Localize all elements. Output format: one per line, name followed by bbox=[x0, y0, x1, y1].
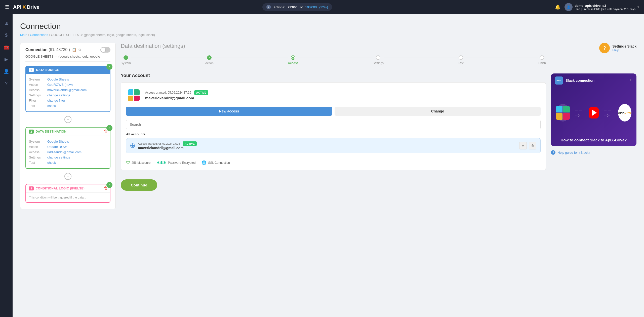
edit-account-button[interactable]: ✏ bbox=[519, 142, 527, 149]
continue-button[interactable]: Continue bbox=[121, 179, 157, 191]
user-info: demo_apix-drive_s3 Plan | Premium PRO | … bbox=[575, 4, 635, 11]
active-badge: ACTIVE bbox=[194, 90, 208, 95]
new-access-button[interactable]: New access bbox=[126, 107, 332, 116]
account-info: Access granted: 05.09.2024 17:25 ACTIVE … bbox=[145, 90, 541, 100]
security-ssl-text: SSL Connection bbox=[208, 161, 230, 165]
actions-area: i Actions: 22'060 of 100'000 (22%) bbox=[44, 3, 551, 11]
step-label-test: Test bbox=[458, 61, 464, 65]
delete-account-button[interactable]: 🗑 bbox=[529, 142, 536, 149]
add-step-1[interactable]: + bbox=[64, 116, 71, 123]
step-label-action: Action bbox=[205, 61, 213, 65]
video-logo-text: APIX bbox=[556, 79, 561, 82]
connection-title: Connection (ID: 48730 ) bbox=[25, 48, 70, 52]
step-system: ✓ System bbox=[121, 55, 131, 65]
topnav-right: 🔔 👤 demo_apix-drive_s3 Plan | Premium PR… bbox=[555, 3, 639, 11]
slack-cell-tl bbox=[128, 89, 133, 95]
step-test[interactable]: Test bbox=[458, 55, 464, 65]
logo: API X Drive bbox=[13, 4, 39, 10]
sidebar-item-billing[interactable]: $ bbox=[1, 30, 11, 40]
logo-x-text: X bbox=[22, 4, 26, 10]
change-button[interactable]: Change bbox=[335, 107, 541, 116]
security-ssl: 🌐 SSL Connection bbox=[202, 160, 230, 165]
sidebar-item-account[interactable]: 👤 bbox=[1, 66, 11, 76]
play-button[interactable] bbox=[589, 107, 599, 118]
menu-icon[interactable]: ☰ bbox=[5, 4, 9, 10]
data-dest-access: Access riddleandrii@gmail.com bbox=[29, 149, 107, 155]
video-slack-br bbox=[563, 113, 570, 120]
step-access[interactable]: Access bbox=[288, 55, 298, 65]
account-list-actions: ✏ 🗑 bbox=[519, 142, 536, 149]
step-finish[interactable]: Finish bbox=[538, 55, 546, 65]
search-input[interactable] bbox=[126, 120, 541, 129]
step-circle-finish bbox=[540, 55, 544, 60]
step-action: ✓ Action bbox=[205, 55, 213, 65]
actions-used: 22'060 bbox=[288, 5, 297, 9]
copy-icon[interactable]: 📋 bbox=[72, 48, 76, 52]
account-radio[interactable] bbox=[130, 143, 135, 148]
settings-icon[interactable]: ⚙ bbox=[78, 48, 82, 52]
data-dest-action: Action Update ROW bbox=[29, 144, 107, 149]
security-password: ✱✱✱ Password Encrypted bbox=[156, 160, 195, 165]
account-email: maverickandrii@gmail.com bbox=[145, 96, 541, 100]
data-source-header: 1 DATA SOURCE bbox=[26, 66, 110, 74]
data-destination-header: 2 DATA DESTINATION bbox=[26, 128, 110, 136]
main-content: Connection Main / Connections / GOOGLE S… bbox=[13, 14, 644, 317]
breadcrumb-main[interactable]: Main bbox=[20, 33, 27, 37]
logo-drive-text: Drive bbox=[27, 4, 39, 10]
video-apixdrive-logo: APIXDrive bbox=[618, 104, 631, 122]
step-label-settings: Settings bbox=[373, 61, 384, 65]
data-source-box: ✓ 1 DATA SOURCE System Google Sheets Act… bbox=[25, 66, 110, 112]
actions-total: 100'000 bbox=[305, 5, 317, 9]
sidebar-item-tools[interactable]: 🧰 bbox=[1, 42, 11, 52]
step-circle-test bbox=[459, 55, 463, 60]
account-list-badge: ACTIVE bbox=[183, 141, 197, 146]
sidebar-item-dashboard[interactable]: ⊞ bbox=[1, 18, 11, 28]
data-destination-delete[interactable]: 🗑 bbox=[104, 129, 108, 134]
account-card: Access granted: 05.09.2024 17:25 ACTIVE … bbox=[121, 82, 546, 170]
step-line-2 bbox=[214, 58, 288, 58]
account-list-granted: Access granted: 05.09.2024 17:25 bbox=[138, 142, 180, 145]
toggle-switch[interactable] bbox=[100, 47, 110, 53]
sidebar-item-help[interactable]: ? bbox=[1, 78, 11, 89]
step-label-access: Access bbox=[288, 61, 298, 65]
data-dest-system: System Google Sheets bbox=[29, 139, 107, 144]
video-card: APIX Slack connection ⋮ bbox=[551, 73, 636, 146]
video-arrow-right: – – –> bbox=[604, 107, 613, 118]
slack-grid bbox=[128, 89, 140, 101]
video-slack-tl bbox=[556, 106, 562, 112]
conditional-delete[interactable]: 🗑 bbox=[104, 186, 108, 190]
help-circle-icon: ? bbox=[599, 43, 610, 53]
help-settings-button[interactable]: ? Settings Slack Help bbox=[551, 43, 636, 53]
data-dest-test: Test check bbox=[29, 160, 107, 165]
step-line-4 bbox=[384, 58, 458, 58]
data-source-filter: Filter change filter bbox=[29, 98, 107, 103]
data-destination-body: System Google Sheets Action Update ROW A… bbox=[26, 136, 110, 168]
sidebar: ⊞ $ 🧰 ▶ 👤 ? bbox=[0, 14, 13, 317]
actions-of: of bbox=[300, 5, 303, 9]
progress-steps: ✓ System ✓ Action Access Settings bbox=[121, 55, 546, 65]
user-area[interactable]: 👤 demo_apix-drive_s3 Plan | Premium PRO … bbox=[565, 3, 639, 11]
step-circle-action: ✓ bbox=[207, 55, 212, 60]
connection-subtitle: GOOGLE SHEETS -> (google sheets, logic, … bbox=[25, 55, 110, 62]
step-settings[interactable]: Settings bbox=[373, 55, 384, 65]
video-header: APIX Slack connection ⋮ bbox=[551, 73, 636, 88]
help-guide-icon: ? bbox=[551, 150, 555, 155]
actions-pill: i Actions: 22'060 of 100'000 (22%) bbox=[262, 3, 332, 11]
security-256bit-text: 256 bit secure bbox=[132, 161, 150, 165]
radio-inner bbox=[131, 144, 134, 147]
breadcrumb-current: GOOGLE SHEETS -> (google sheets, logic, … bbox=[51, 33, 155, 37]
user-name: demo_apix-drive_s3 bbox=[575, 4, 635, 8]
account-top: Access granted: 05.09.2024 17:25 ACTIVE … bbox=[126, 88, 541, 103]
all-accounts-label: All accounts bbox=[126, 132, 541, 136]
breadcrumb-connections[interactable]: Connections bbox=[30, 33, 48, 37]
chevron-down-icon: ▾ bbox=[637, 5, 639, 9]
bell-icon[interactable]: 🔔 bbox=[555, 4, 560, 10]
page-title: Connection bbox=[20, 22, 636, 31]
data-dest-settings: Settings change settings bbox=[29, 155, 107, 160]
sidebar-item-media[interactable]: ▶ bbox=[1, 54, 11, 64]
add-step-2[interactable]: + bbox=[64, 173, 71, 180]
your-account-title: Your Account bbox=[121, 73, 546, 78]
video-more-icon[interactable]: ⋮ bbox=[628, 78, 632, 83]
help-guide-link[interactable]: ? Help guide for «Slack» bbox=[551, 150, 636, 155]
data-source-access: Access maverickandrii@gmail.com bbox=[29, 87, 107, 93]
